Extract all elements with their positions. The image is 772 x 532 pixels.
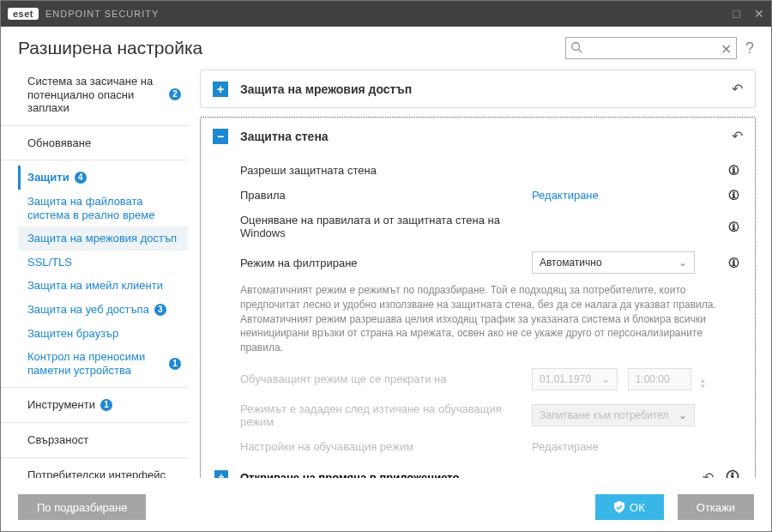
- setting-label: Оценяване на правилата и от защитната ст…: [240, 214, 532, 239]
- undo-icon[interactable]: ↶: [703, 469, 714, 478]
- ok-label: ОК: [630, 501, 645, 514]
- window-close-icon[interactable]: ✕: [754, 7, 764, 21]
- row-learning-end: Обучаващият режим ще се прекрати на 01.0…: [240, 362, 739, 396]
- info-icon[interactable]: 🛈: [728, 221, 739, 233]
- sidebar-item-ssl-tls[interactable]: SSL/TLS: [18, 251, 188, 275]
- help-icon[interactable]: ?: [745, 39, 754, 57]
- panel-title: Защитна стена: [240, 130, 329, 143]
- select-value: Запитване към потребител: [540, 409, 668, 421]
- ok-button[interactable]: ОК: [595, 494, 664, 520]
- chevron-down-icon: ⌄: [601, 373, 610, 385]
- svg-line-1: [579, 50, 582, 53]
- setting-label: Разреши защитната стена: [240, 164, 532, 177]
- info-icon[interactable]: 🛈: [728, 164, 739, 177]
- footer: По подразбиране ОК Откажи: [1, 483, 771, 531]
- setting-label: Настройки на обучаващия режим: [240, 440, 532, 453]
- titlebar: eset ENDPOINT SECURITY □ ✕: [1, 1, 771, 27]
- sidebar-item-email-client[interactable]: Защита на имейл клиенти: [18, 274, 188, 298]
- sidebar-item-update[interactable]: Обновяване: [18, 131, 188, 155]
- row-mode-after-learning: Режимът е зададен след изтичане на обуча…: [240, 396, 739, 434]
- sidebar-item-label: Контрол на преносими паметни устройства: [27, 350, 164, 377]
- cancel-button[interactable]: Откажи: [678, 494, 754, 520]
- row-enable-firewall: Разреши защитната стена 🛈: [240, 158, 739, 183]
- filter-mode-description: Автоматичният режим е режимът по подразб…: [240, 280, 739, 362]
- sidebar: Система за засичане на потенциално опасн…: [1, 70, 191, 478]
- sidebar-item-detection-engine[interactable]: Система за засичане на потенциално опасн…: [18, 70, 188, 120]
- sidebar-item-protections[interactable]: Защити 4: [18, 166, 188, 190]
- svg-point-0: [572, 43, 580, 51]
- badge: 4: [75, 172, 87, 184]
- badge: 3: [154, 304, 166, 316]
- sidebar-item-label: Защити: [27, 171, 69, 184]
- panel-firewall: − Защитна стена ↶ Разреши защитната стен…: [200, 117, 756, 478]
- sidebar-item-label: Обновяване: [27, 136, 91, 150]
- sidebar-item-label: Защита на файловата система в реално вре…: [27, 195, 181, 221]
- panel-header-network-access[interactable]: + Защита на мрежовия достъп ↶: [201, 70, 755, 107]
- sidebar-item-label: Система за засичане на потенциално опасн…: [27, 75, 164, 115]
- header: Разширена настройка ✕ ?: [1, 27, 771, 70]
- sidebar-item-realtime-fs[interactable]: Защита на файловата система в реално вре…: [18, 190, 188, 227]
- brand-logo: eset: [8, 8, 39, 20]
- panel-network-access: + Защита на мрежовия достъп ↶: [200, 70, 756, 108]
- sidebar-item-label: Защита на уеб достъпа: [27, 303, 149, 317]
- defaults-button[interactable]: По подразбиране: [18, 494, 146, 520]
- learning-settings-edit-link: Редактиране: [532, 440, 599, 453]
- shield-icon: [614, 501, 624, 513]
- sidebar-item-label: Защита на имейл клиенти: [27, 279, 163, 293]
- sidebar-item-label: Защита на мрежовия достъп: [27, 232, 177, 245]
- undo-icon[interactable]: ↶: [732, 81, 743, 97]
- search-box: ✕: [565, 37, 737, 59]
- product-name: ENDPOINT SECURITY: [45, 9, 159, 19]
- filter-mode-select[interactable]: Автоматично ⌄: [532, 251, 695, 274]
- info-icon[interactable]: 🛈: [726, 469, 739, 478]
- search-icon: [570, 41, 582, 56]
- sidebar-item-web-access[interactable]: Защита на уеб достъпа 3: [18, 298, 188, 322]
- sidebar-item-label: Свързаност: [27, 433, 88, 447]
- sidebar-item-removable-media[interactable]: Контрол на преносими паметни устройства …: [18, 345, 188, 382]
- sidebar-item-tools[interactable]: Инструменти 1: [18, 393, 188, 417]
- search-input[interactable]: [565, 37, 737, 59]
- page-title: Разширена настройка: [18, 38, 202, 58]
- info-icon[interactable]: 🛈: [728, 257, 739, 269]
- collapse-icon: −: [213, 129, 228, 144]
- row-eval-windows-rules: Оценяване на правилата и от защитната ст…: [240, 208, 739, 245]
- undo-icon[interactable]: ↶: [732, 128, 743, 144]
- main-content: + Защита на мрежовия достъп ↶ − Защитна …: [191, 70, 771, 478]
- chevron-down-icon: ⌄: [679, 409, 687, 421]
- setting-label: Обучаващият режим ще се прекрати на: [240, 372, 532, 385]
- row-rules: Правила Редактиране 🛈: [240, 183, 739, 208]
- sidebar-item-ui[interactable]: Потребителски интерфейс: [18, 463, 188, 479]
- panel-header-firewall[interactable]: − Защитна стена ↶: [201, 118, 755, 154]
- subsection-app-change-detection[interactable]: + Откриване на промяна в приложението ↶ …: [240, 459, 739, 478]
- learning-end-date: 01.01.1970 ⌄: [532, 368, 618, 390]
- sidebar-item-label: SSL/TLS: [27, 256, 72, 269]
- sidebar-item-network-access[interactable]: Защита на мрежовия достъп: [18, 227, 188, 251]
- setting-label: Режим на филтриране: [240, 257, 532, 269]
- subsection-title: Откриване на промяна в приложението: [240, 471, 459, 478]
- badge: 2: [169, 88, 181, 100]
- info-icon[interactable]: 🛈: [728, 189, 739, 202]
- chevron-down-icon: ⌄: [679, 257, 687, 269]
- panel-title: Защита на мрежовия достъп: [240, 82, 412, 96]
- rules-edit-link[interactable]: Редактиране: [532, 189, 599, 202]
- badge: 1: [100, 399, 112, 411]
- sidebar-item-label: Потребителски интерфейс: [27, 469, 166, 479]
- setting-label: Режимът е зададен след изтичане на обуча…: [240, 402, 532, 428]
- expand-icon: +: [213, 82, 228, 97]
- window-maximize-icon[interactable]: □: [733, 7, 740, 21]
- select-value: Автоматично: [540, 257, 602, 269]
- sidebar-item-label: Инструменти: [27, 398, 95, 412]
- mode-after-learning-select: Запитване към потребител ⌄: [532, 404, 695, 426]
- sidebar-item-secure-browser[interactable]: Защитен браузър: [18, 322, 188, 346]
- row-learning-settings: Настройки на обучаващия режим Редактиран…: [240, 434, 739, 459]
- sidebar-item-label: Защитен браузър: [27, 327, 118, 341]
- expand-icon: +: [214, 470, 228, 478]
- search-clear-icon[interactable]: ✕: [721, 41, 732, 57]
- badge: 1: [169, 358, 181, 370]
- learning-end-time: 1:00:00: [628, 368, 691, 390]
- setting-label: Правила: [240, 189, 532, 202]
- time-spinner: ▲▼: [699, 378, 706, 390]
- sidebar-item-connectivity[interactable]: Свързаност: [18, 428, 188, 452]
- row-filter-mode: Режим на филтриране Автоматично ⌄ 🛈: [240, 245, 739, 280]
